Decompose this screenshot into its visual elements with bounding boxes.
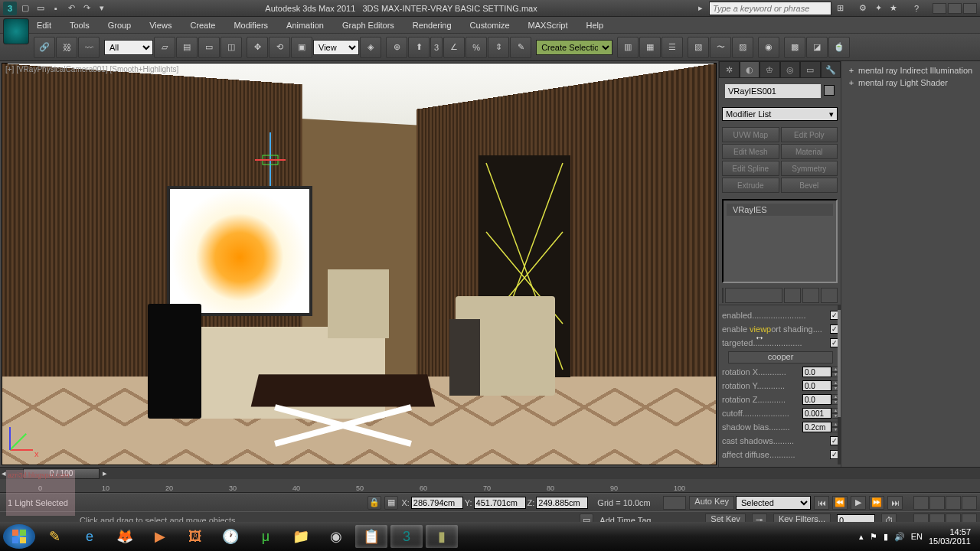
motion-tab-icon[interactable]: ◎ bbox=[780, 61, 801, 78]
menu-modifiers[interactable]: Modifiers bbox=[227, 19, 274, 31]
create-tab-icon[interactable]: ✲ bbox=[719, 61, 740, 78]
tray-network-icon[interactable]: ▮ bbox=[884, 532, 888, 542]
menu-create[interactable]: Create bbox=[184, 19, 221, 31]
menu-customize[interactable]: Customize bbox=[464, 19, 516, 31]
schematic-icon[interactable]: ▨ bbox=[732, 37, 753, 58]
move-icon[interactable]: ✥ bbox=[247, 37, 268, 58]
flyout-mental-ray-indirect[interactable]: +mental ray Indirect Illumination bbox=[844, 64, 977, 77]
rotation-x-input[interactable] bbox=[802, 367, 831, 377]
tool2-icon[interactable]: ✦ bbox=[871, 2, 885, 15]
rotation-y-input[interactable] bbox=[802, 380, 831, 391]
zoom-extents-icon[interactable] bbox=[946, 496, 961, 510]
select-name-icon[interactable]: ▤ bbox=[176, 37, 198, 58]
tray-flag-icon[interactable]: ⚑ bbox=[870, 532, 877, 542]
qat-save-icon[interactable]: ▪ bbox=[49, 2, 63, 15]
tray-up-icon[interactable]: ▴ bbox=[859, 532, 864, 542]
start-button[interactable] bbox=[3, 524, 35, 549]
key-mode-combo[interactable]: Selected bbox=[736, 496, 811, 510]
next-frame-icon[interactable]: ⏩ bbox=[869, 496, 884, 510]
task-app-icon[interactable]: ▮ bbox=[426, 525, 458, 548]
menu-help[interactable]: Help bbox=[580, 19, 610, 31]
mod-btn-material[interactable]: Material bbox=[781, 144, 838, 159]
graphite-icon[interactable]: ▧ bbox=[688, 37, 709, 58]
link-icon[interactable]: 🔗 bbox=[34, 37, 55, 58]
scale-icon[interactable]: ▣ bbox=[291, 37, 312, 58]
selection-filter-combo[interactable]: All bbox=[104, 40, 153, 55]
shadow-bias-input[interactable] bbox=[802, 422, 831, 432]
task-clock-icon[interactable]: 🕐 bbox=[214, 525, 247, 548]
utilities-tab-icon[interactable]: 🔧 bbox=[821, 61, 841, 78]
tray-volume-icon[interactable]: 🔊 bbox=[894, 532, 905, 542]
task-wmp-icon[interactable]: ▶ bbox=[144, 525, 176, 548]
qat-open-icon[interactable]: ▭ bbox=[34, 2, 47, 15]
title-arrow-icon[interactable]: ▸ bbox=[694, 2, 707, 15]
goto-end-icon[interactable]: ⏭ bbox=[887, 496, 903, 510]
task-notepad-icon[interactable]: ✎ bbox=[38, 525, 70, 548]
unlink-icon[interactable]: ⛓ bbox=[56, 37, 77, 58]
qat-more-icon[interactable]: ▾ bbox=[95, 2, 109, 15]
modifier-stack[interactable]: VRayIES bbox=[722, 199, 838, 283]
named-selection-combo[interactable]: Create Selection Se bbox=[536, 40, 612, 55]
minimize-button[interactable] bbox=[933, 3, 946, 14]
qat-new-icon[interactable]: ▢ bbox=[18, 2, 32, 15]
pivot-icon[interactable]: ◈ bbox=[360, 37, 381, 58]
menu-group[interactable]: Group bbox=[102, 19, 138, 31]
modifier-list-combo[interactable]: Modifier List▾ bbox=[722, 107, 838, 121]
render-icon[interactable]: 🍵 bbox=[828, 37, 850, 58]
stack-item-vrayies[interactable]: VRayIES bbox=[727, 204, 833, 216]
make-unique-icon[interactable] bbox=[784, 288, 801, 303]
coord-display-icon[interactable]: ▦ bbox=[384, 496, 398, 510]
mod-btn-editspline[interactable]: Edit Spline bbox=[722, 161, 779, 176]
menu-animation[interactable]: Animation bbox=[280, 19, 330, 31]
auto-key-button[interactable]: Auto Key bbox=[689, 496, 734, 510]
zoom-all-icon[interactable] bbox=[929, 496, 945, 510]
task-3dsmax-icon[interactable]: 3 bbox=[390, 525, 423, 548]
favorites-icon[interactable]: ★ bbox=[887, 2, 900, 15]
qat-redo-icon[interactable]: ↷ bbox=[80, 2, 93, 15]
task-utorrent-icon[interactable]: μ bbox=[250, 525, 282, 548]
qat-undo-icon[interactable]: ↶ bbox=[64, 2, 78, 15]
flyout-mental-ray-shader[interactable]: +mental ray Light Shader bbox=[844, 77, 977, 89]
mod-btn-bevel[interactable]: Bevel bbox=[781, 178, 838, 193]
help-icon[interactable]: ? bbox=[910, 2, 923, 15]
mod-btn-extrude[interactable]: Extrude bbox=[722, 178, 779, 193]
light-source-gizmo-icon[interactable] bbox=[255, 132, 286, 194]
mod-btn-editmesh[interactable]: Edit Mesh bbox=[722, 144, 779, 159]
ref-coord-combo[interactable]: View bbox=[313, 40, 359, 55]
info-center-icon[interactable]: ⊞ bbox=[833, 2, 847, 15]
ies-file-button[interactable]: cooper bbox=[728, 351, 833, 364]
play-icon[interactable]: ▶ bbox=[851, 496, 866, 510]
task-pictures-icon[interactable]: 🖼 bbox=[179, 525, 211, 548]
display-tab-icon[interactable]: ▭ bbox=[800, 61, 821, 78]
mod-btn-symmetry[interactable]: Symmetry bbox=[781, 161, 838, 176]
select-object-icon[interactable]: ▱ bbox=[154, 37, 175, 58]
mod-btn-editpoly[interactable]: Edit Poly bbox=[781, 127, 838, 142]
render-frame-icon[interactable]: ◪ bbox=[806, 37, 828, 58]
task-chrome-icon[interactable]: ◉ bbox=[320, 525, 352, 548]
keyboard-shortcut-icon[interactable]: ⬆ bbox=[408, 37, 430, 58]
mirror-icon[interactable]: ▥ bbox=[617, 37, 639, 58]
tool1-icon[interactable]: ⚙ bbox=[856, 2, 870, 15]
task-ie-icon[interactable]: e bbox=[74, 525, 106, 548]
align-icon[interactable]: ▦ bbox=[639, 37, 661, 58]
modify-tab-icon[interactable]: ◐ bbox=[740, 61, 760, 78]
task-explorer-icon[interactable]: 📁 bbox=[285, 525, 317, 548]
zoom-icon[interactable] bbox=[913, 496, 929, 510]
angle-snap-icon[interactable]: ∠ bbox=[443, 37, 465, 58]
tray-lang[interactable]: EN bbox=[911, 532, 923, 541]
hierarchy-tab-icon[interactable]: ♔ bbox=[760, 61, 780, 78]
pin-stack-icon[interactable] bbox=[722, 288, 724, 303]
menu-rendering[interactable]: Rendering bbox=[407, 19, 458, 31]
viewport-label[interactable]: [+] [VRayPhysicalCamera001] [Smooth+High… bbox=[5, 65, 178, 73]
bind-space-warp-icon[interactable]: 〰 bbox=[78, 37, 100, 58]
maximize-button[interactable] bbox=[948, 3, 962, 14]
zoom-extents-all-icon[interactable] bbox=[962, 496, 977, 510]
curve-editor-icon[interactable]: 〜 bbox=[710, 37, 731, 58]
isolate-icon[interactable] bbox=[663, 496, 686, 510]
goto-start-icon[interactable]: ⏮ bbox=[814, 496, 829, 510]
layers-icon[interactable]: ☰ bbox=[662, 37, 683, 58]
menu-graph-editors[interactable]: Graph Editors bbox=[336, 19, 400, 31]
render-setup-icon[interactable]: ▩ bbox=[784, 37, 805, 58]
select-rect-icon[interactable]: ▭ bbox=[198, 37, 220, 58]
help-search-input[interactable] bbox=[709, 2, 831, 15]
